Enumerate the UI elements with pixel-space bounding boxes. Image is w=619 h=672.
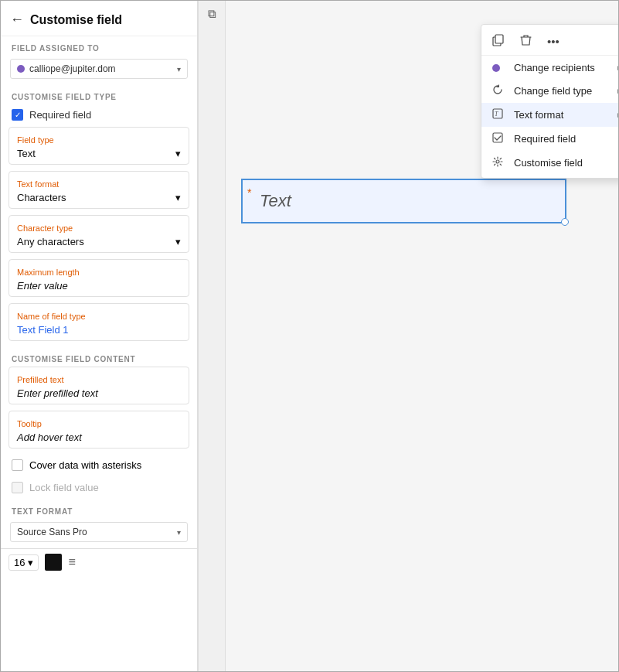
panel-header: ← Customise field	[1, 1, 197, 36]
lock-field-checkbox[interactable]	[12, 482, 23, 493]
field-type-label: Field type	[17, 135, 181, 145]
prefilled-text-label: Prefilled text	[17, 375, 181, 384]
recipients-dot-icon	[492, 61, 508, 73]
svg-rect-1	[495, 35, 503, 43]
settings-icon	[492, 156, 508, 169]
font-section: Source Sans Pro ▾	[1, 519, 197, 548]
svg-point-5	[496, 160, 499, 163]
prefilled-text-value-row: Enter prefilled text	[17, 387, 181, 399]
lock-field-label: Lock field value	[29, 482, 99, 493]
menu-item-change-recipients[interactable]: Change recipients ►	[481, 56, 619, 79]
menu-toolbar: •••	[481, 28, 619, 56]
chevron-down-icon: ▾	[177, 65, 181, 73]
required-field-label-menu: Required field	[514, 133, 619, 145]
required-checkbox[interactable]	[12, 109, 23, 121]
assigned-dot	[17, 65, 25, 73]
customise-field-content-label: CUSTOMISE FIELD CONTENT	[1, 347, 197, 367]
menu-item-customise-field[interactable]: Customise field	[481, 151, 619, 175]
text-format-icon: T	[492, 108, 508, 121]
font-size-chevron-icon: ▾	[28, 557, 33, 568]
maximum-length-value-row: Enter value	[17, 280, 181, 292]
text-format-card: Text format Characters ▾	[9, 171, 189, 209]
customise-field-type-label: CUSTOMISE FIELD TYPE	[1, 85, 197, 104]
svg-text:T: T	[495, 111, 498, 118]
menu-delete-icon[interactable]	[517, 32, 535, 50]
name-of-field-value: Text Field 1	[17, 324, 68, 336]
font-dropdown[interactable]: Source Sans Pro ▾	[10, 522, 188, 542]
required-field-row: Required field	[1, 104, 197, 127]
tooltip-value-row: Add hover text	[17, 432, 181, 443]
character-type-value: Any characters	[17, 236, 84, 247]
name-of-field-value-row: Text Field 1	[17, 324, 181, 336]
field-type-value: Text	[17, 148, 36, 159]
text-field-box[interactable]: * Text	[241, 179, 566, 223]
required-star-icon: *	[247, 186, 251, 199]
lock-field-row: Lock field value	[1, 477, 197, 500]
text-format-section-label: TEXT FORMAT	[1, 500, 197, 519]
bottom-toolbar: 16 ▾ ≡	[1, 548, 197, 575]
assigned-email: calliope@jupiter.dom	[29, 63, 177, 74]
field-type-card: Field type Text ▾	[9, 127, 189, 165]
required-field-label: Required field	[29, 109, 91, 121]
align-button[interactable]: ≡	[68, 555, 75, 569]
side-toolbar: ⧉	[198, 1, 226, 671]
change-recipients-arrow-icon: ►	[616, 63, 619, 72]
text-format-chevron-icon: ▾	[175, 192, 181, 203]
tooltip-placeholder[interactable]: Add hover text	[17, 432, 82, 443]
cover-data-row: Cover data with asterisks	[1, 455, 197, 477]
text-format-value-row[interactable]: Characters ▾	[17, 192, 181, 203]
font-name: Source Sans Pro	[17, 527, 177, 537]
text-format-label: Text format	[17, 179, 181, 189]
font-size-value: 16	[14, 557, 25, 568]
character-type-value-row[interactable]: Any characters ▾	[17, 236, 181, 247]
canvas-area: ••• Change recipients ► Change field	[226, 1, 618, 671]
customise-field-label-menu: Customise field	[514, 157, 619, 169]
cover-data-label: Cover data with asterisks	[29, 459, 141, 471]
assigned-dropdown[interactable]: calliope@jupiter.dom ▾	[10, 59, 188, 79]
maximum-length-placeholder[interactable]: Enter value	[17, 280, 68, 292]
menu-item-change-field-type[interactable]: Change field type ►	[481, 79, 619, 103]
field-type-value-row[interactable]: Text ▾	[17, 148, 181, 159]
prefilled-text-card: Prefilled text Enter prefilled text	[9, 367, 189, 404]
field-type-chevron-icon: ▾	[175, 148, 181, 159]
left-panel: ← Customise field FIELD ASSIGNED TO call…	[1, 1, 198, 671]
prefilled-text-placeholder[interactable]: Enter prefilled text	[17, 387, 98, 399]
tooltip-label: Tooltip	[17, 419, 181, 428]
text-field-preview: * Text	[241, 179, 603, 223]
copy-icon[interactable]: ⧉	[208, 7, 216, 21]
menu-more-icon[interactable]: •••	[544, 33, 563, 49]
field-assigned-label: FIELD ASSIGNED TO	[1, 36, 197, 56]
cover-data-checkbox[interactable]	[12, 459, 23, 471]
text-format-arrow-icon: ►	[616, 111, 619, 119]
change-field-type-arrow-icon: ►	[616, 87, 619, 95]
menu-copy-icon[interactable]	[489, 32, 508, 50]
color-swatch[interactable]	[45, 554, 62, 571]
menu-item-text-format[interactable]: T Text format ►	[481, 103, 619, 127]
font-chevron-icon: ▾	[177, 528, 181, 537]
app-window: ← Customise field FIELD ASSIGNED TO call…	[0, 0, 619, 672]
field-assigned-section: calliope@jupiter.dom ▾	[1, 56, 197, 85]
text-preview-value: Text	[260, 191, 291, 210]
resize-handle-icon[interactable]	[561, 218, 569, 226]
text-format-value: Characters	[17, 192, 66, 203]
menu-item-required-field[interactable]: Required field	[481, 127, 619, 151]
refresh-icon	[492, 84, 508, 97]
maximum-length-label: Maximum length	[17, 268, 181, 277]
text-format-label-menu: Text format	[514, 109, 616, 121]
name-of-field-label: Name of field type	[17, 312, 181, 321]
checkbox-icon	[492, 132, 508, 145]
back-button[interactable]: ←	[10, 12, 24, 28]
change-field-type-label: Change field type	[514, 85, 616, 97]
panel-title: Customise field	[30, 13, 122, 27]
character-type-card: Character type Any characters ▾	[9, 215, 189, 253]
font-size-select[interactable]: 16 ▾	[9, 554, 39, 571]
name-of-field-card: Name of field type Text Field 1	[9, 303, 189, 341]
context-menu: ••• Change recipients ► Change field	[481, 24, 619, 179]
character-type-label: Character type	[17, 223, 181, 233]
tooltip-card: Tooltip Add hover text	[9, 411, 189, 449]
change-recipients-label: Change recipients	[514, 62, 616, 73]
character-type-chevron-icon: ▾	[175, 236, 181, 247]
maximum-length-card: Maximum length Enter value	[9, 259, 189, 297]
